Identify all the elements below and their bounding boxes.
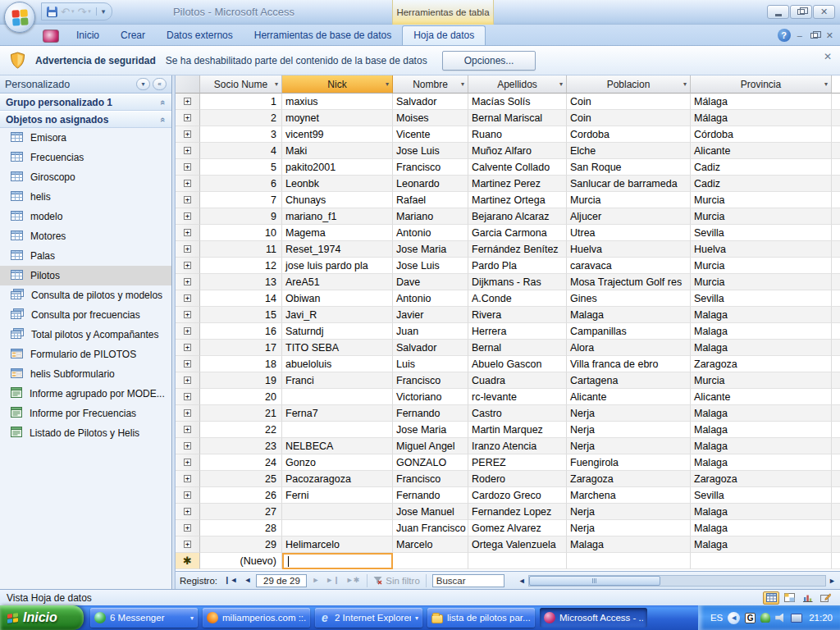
cell[interactable] <box>282 389 393 405</box>
cell[interactable]: Nerja <box>567 438 691 454</box>
doc-minimize-icon[interactable]: – <box>797 30 802 40</box>
new-record-id-cell[interactable]: (Nuevo) <box>200 553 282 569</box>
row-selector[interactable]: + <box>176 356 200 372</box>
cell[interactable] <box>282 520 393 536</box>
cell[interactable]: Salvador <box>393 94 468 110</box>
messenger-status-icon[interactable] <box>760 613 770 623</box>
cell[interactable]: Málaga <box>691 110 832 126</box>
cell[interactable]: rc-levante <box>468 389 567 405</box>
cell[interactable]: Ruano <box>468 126 567 143</box>
cell[interactable]: Obiwan <box>282 290 393 307</box>
filter-status[interactable]: Sin filtro <box>373 576 420 586</box>
expand-row-icon[interactable]: + <box>184 114 191 121</box>
cell[interactable]: Jose Luis <box>393 258 468 274</box>
language-indicator[interactable]: ES <box>710 613 723 623</box>
row-selector[interactable]: + <box>176 471 200 487</box>
row-selector[interactable]: + <box>176 290 200 307</box>
cell[interactable]: Alora <box>567 340 691 356</box>
column-dropdown-icon[interactable]: ▾ <box>683 80 687 88</box>
cell[interactable]: moynet <box>282 110 393 126</box>
cell[interactable]: 3 <box>200 126 282 143</box>
row-selector[interactable]: + <box>176 405 200 422</box>
cell[interactable]: 18 <box>200 356 282 372</box>
taskbar-button-lista-de-pilotos-par[interactable]: lista de pilotos par... <box>427 608 535 628</box>
cell[interactable]: Malaga <box>691 504 832 520</box>
cell[interactable]: Malaga <box>691 438 832 454</box>
start-button[interactable]: Inicio <box>0 605 84 630</box>
options-button[interactable]: Opciones... <box>442 51 536 71</box>
row-selector[interactable]: + <box>176 208 200 225</box>
display-icon[interactable] <box>791 614 802 623</box>
row-selector[interactable]: + <box>176 176 200 192</box>
cell[interactable]: Martinez Ortega <box>468 192 567 208</box>
scrollbar-track[interactable] <box>528 575 826 587</box>
cell[interactable]: Jose Manuel <box>393 504 468 520</box>
cell[interactable]: Pardo Pla <box>468 258 567 274</box>
nav-item-pilotos[interactable]: Pilotos <box>0 266 171 285</box>
cell[interactable]: abueloluis <box>282 356 393 372</box>
cell[interactable]: Huelva <box>691 241 832 258</box>
cell[interactable]: Gines <box>567 290 691 307</box>
cell[interactable]: Rivera <box>468 307 567 323</box>
cell[interactable]: Luis <box>393 356 468 372</box>
cell[interactable]: Fernando <box>393 487 468 504</box>
row-selector[interactable]: + <box>176 520 200 536</box>
cell[interactable]: Leonbk <box>282 176 393 192</box>
cell[interactable]: Jose Maria <box>393 422 468 438</box>
cell[interactable]: Jose Luis <box>393 143 468 159</box>
cell[interactable]: AreA51 <box>282 274 393 290</box>
taskbar-button-2-internet-explorer[interactable]: e2 Internet Explorer▾ <box>315 608 422 628</box>
cell[interactable]: caravaca <box>567 258 691 274</box>
cell[interactable]: Bernal <box>468 340 567 356</box>
cell[interactable]: Marchena <box>567 487 691 504</box>
cell[interactable]: Rafael <box>393 192 468 208</box>
row-selector[interactable]: + <box>176 192 200 208</box>
navigation-pane-header[interactable]: Personalizado ▾ « <box>0 75 171 94</box>
expand-row-icon[interactable]: + <box>184 508 191 515</box>
cell[interactable]: Reset_1974 <box>282 241 393 258</box>
cell[interactable]: Gomez Alvarez <box>468 520 567 536</box>
cell[interactable]: Miguel Angel <box>393 438 468 454</box>
cell[interactable]: Malaga <box>567 536 691 553</box>
column-header-socio-nume[interactable]: Socio Nume▾ <box>200 75 282 94</box>
expand-row-icon[interactable]: + <box>184 327 191 335</box>
row-selector[interactable]: + <box>176 438 200 454</box>
scroll-right-icon[interactable]: ► <box>826 577 838 585</box>
column-header-apellidos[interactable]: Apellidos▾ <box>468 75 567 94</box>
cell[interactable]: Cuadra <box>468 372 567 389</box>
expand-row-icon[interactable]: + <box>184 524 191 532</box>
column-header-nombre[interactable]: Nombre▾ <box>393 75 468 94</box>
datasheet-view-button[interactable] <box>763 591 779 605</box>
column-dropdown-icon[interactable]: ▾ <box>386 80 389 88</box>
expand-row-icon[interactable]: + <box>184 229 191 236</box>
cell[interactable]: Mariano <box>393 208 468 225</box>
cell[interactable]: TITO SEBA <box>282 340 393 356</box>
cell[interactable]: Zaragoza <box>691 356 832 372</box>
nav-item-helis[interactable]: helis <box>0 187 171 207</box>
cell[interactable]: Rodero <box>468 471 567 487</box>
row-selector[interactable]: + <box>176 389 200 405</box>
cell[interactable]: GONZALO <box>393 454 468 471</box>
nav-pane-menu-icon[interactable]: ▾ <box>136 78 150 90</box>
cell[interactable]: Murcia <box>691 192 832 208</box>
cell[interactable]: Dijkmans - Ras <box>468 274 567 290</box>
cell[interactable]: Malaga <box>691 307 832 323</box>
restore-button[interactable] <box>790 5 812 19</box>
cell[interactable]: San Roque <box>567 159 691 176</box>
volume-icon[interactable] <box>775 614 786 623</box>
nav-item-modelo[interactable]: modelo <box>0 207 171 226</box>
cell[interactable]: Chunays <box>282 192 393 208</box>
cell[interactable]: Coin <box>567 110 691 126</box>
cell[interactable]: jose luis pardo pla <box>282 258 393 274</box>
record-position[interactable]: 29 de 29 <box>256 574 307 587</box>
row-selector[interactable]: + <box>176 159 200 176</box>
cell[interactable]: 9 <box>200 208 282 225</box>
cell[interactable]: Elche <box>567 143 691 159</box>
cell[interactable]: Gonzo <box>282 454 393 471</box>
cell[interactable]: 16 <box>200 323 282 340</box>
redo-icon[interactable]: ↷ <box>77 7 86 17</box>
cell[interactable]: 1 <box>200 94 282 110</box>
row-selector[interactable]: + <box>176 126 200 143</box>
cell[interactable]: Antonio <box>393 290 468 307</box>
cell[interactable]: Murcia <box>567 192 691 208</box>
